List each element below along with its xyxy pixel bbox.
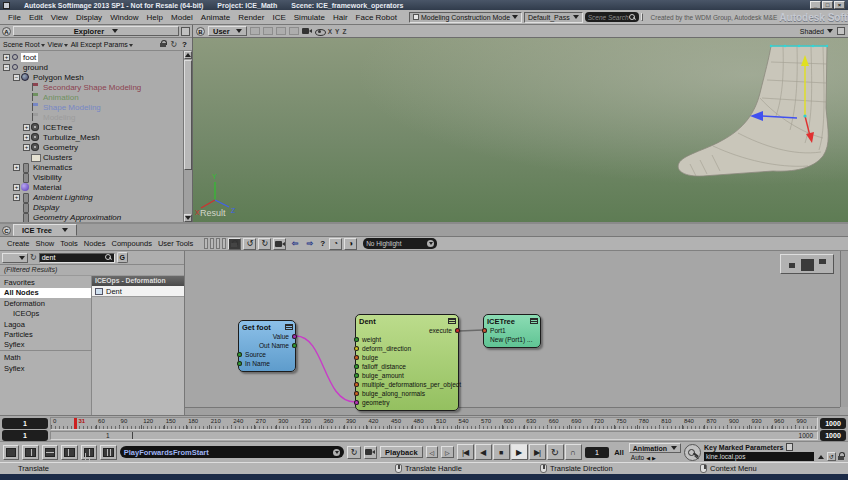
menu-item[interactable]: Edit <box>25 13 47 22</box>
eye-icon[interactable] <box>315 27 325 35</box>
input-port[interactable]: falloff_distance <box>356 362 458 371</box>
menu-item[interactable]: Nodes <box>81 239 109 248</box>
play-backwards-button[interactable] <box>475 444 492 460</box>
result-item[interactable]: Dent <box>92 286 184 297</box>
frame-ruler[interactable]: 0306090120150180210240270300330360390420… <box>50 417 818 430</box>
search-scope-select[interactable] <box>2 253 28 263</box>
category-item[interactable]: All Nodes <box>0 288 91 299</box>
menu-item[interactable]: Compounds <box>108 239 154 248</box>
refresh-icon[interactable] <box>30 253 37 262</box>
tree-item[interactable]: + Ambient Lighting <box>0 192 183 202</box>
port-dot[interactable] <box>354 364 359 369</box>
scene-render[interactable]: Y X Z <box>193 38 848 222</box>
window-letter-b[interactable]: B <box>196 27 205 36</box>
end-frame-box[interactable]: 1000 <box>820 418 846 429</box>
axis-toggle[interactable]: Z <box>342 28 346 35</box>
category-item[interactable]: Particles <box>0 330 91 341</box>
menu-item[interactable]: ICE <box>268 13 289 22</box>
scroll-thumb[interactable] <box>184 60 192 170</box>
input-port[interactable]: bulge_along_normals <box>356 389 458 398</box>
expander-icon[interactable]: + <box>23 144 30 151</box>
canvas-vscrollbar[interactable] <box>840 251 848 407</box>
viewport-resize-icon[interactable] <box>837 27 845 35</box>
animation-menu-button[interactable]: Animation <box>629 443 681 453</box>
scroll-down-icon[interactable] <box>184 214 192 222</box>
go-to-end-button[interactable] <box>529 444 546 460</box>
close-button[interactable] <box>834 1 845 9</box>
input-port[interactable]: In Name <box>239 359 295 368</box>
help-button[interactable]: ? <box>318 239 327 248</box>
input-port[interactable]: deform_direction <box>356 344 458 353</box>
port-dot[interactable] <box>354 373 359 378</box>
tree-item[interactable]: Secondary Shape Modeling <box>0 82 183 92</box>
menu-item[interactable]: Face Robot <box>352 13 401 22</box>
zoom-slider-icons[interactable] <box>204 238 226 249</box>
ice-tree-tab[interactable]: ICE Tree <box>13 224 77 236</box>
memo-cam-slot[interactable] <box>289 27 299 35</box>
output-port[interactable]: Value <box>239 332 295 341</box>
port-dot[interactable] <box>237 352 242 357</box>
playback-script-select[interactable]: PlayForwardsFromStart <box>120 446 345 458</box>
param-recall-icon[interactable]: ↺ <box>827 452 836 461</box>
port-dot[interactable] <box>354 355 359 360</box>
menu-item[interactable]: Help <box>143 13 167 22</box>
scene-search-input[interactable]: Scene Search <box>585 12 639 22</box>
input-port[interactable]: Source <box>239 350 295 359</box>
tree-item[interactable]: + Kinematics <box>0 162 183 172</box>
category-item[interactable]: Favorites <box>0 277 91 288</box>
layout-two-button[interactable] <box>22 445 38 460</box>
display-mode-select[interactable]: Shaded <box>800 28 833 35</box>
menu-item[interactable]: Animate <box>197 13 234 22</box>
layout-horizontal-button[interactable] <box>42 445 58 460</box>
menu-item[interactable]: File <box>4 13 25 22</box>
tree-item[interactable]: Modeling <box>0 112 183 122</box>
port-dot[interactable] <box>292 343 297 348</box>
port-dot[interactable] <box>354 391 359 396</box>
node-icetree[interactable]: ICETree Port1New (Port1) ... <box>483 314 541 348</box>
expander-icon[interactable]: + <box>13 164 20 171</box>
category-item[interactable]: Math <box>0 353 91 364</box>
input-port[interactable]: bulge_amount <box>356 371 458 380</box>
menu-item[interactable]: Create <box>4 239 33 248</box>
range-start-box[interactable]: 1 <box>2 430 48 441</box>
timer-icon[interactable]: ◔ <box>329 238 342 250</box>
port-dot[interactable] <box>237 361 242 366</box>
expander-icon[interactable]: + <box>13 184 20 191</box>
viewport-b[interactable]: B User XYZ Shaded <box>193 25 848 222</box>
layout-triple-button[interactable] <box>100 445 116 460</box>
playback-menu-button[interactable]: Playback <box>380 446 423 458</box>
axis-toggle[interactable]: Y <box>335 28 339 35</box>
expander-icon[interactable]: + <box>23 134 30 141</box>
pass-select[interactable]: Default_Pass <box>524 12 583 23</box>
layout-single-button[interactable] <box>3 445 19 460</box>
menu-item[interactable]: User Tools <box>155 239 196 248</box>
marked-parameter-field[interactable]: kine.local.pos <box>704 452 814 461</box>
layout-quad-button[interactable] <box>81 445 97 460</box>
update-icon[interactable]: ↻ <box>258 238 271 250</box>
tree-item[interactable]: + Turbulize_Mesh <box>0 132 183 142</box>
help-button[interactable]: ? <box>180 40 189 49</box>
port-dot[interactable] <box>482 328 487 333</box>
search-icon[interactable] <box>105 254 112 261</box>
port-dot[interactable] <box>354 346 359 351</box>
memo-cam-slot[interactable] <box>250 27 260 35</box>
search-options-button[interactable] <box>641 13 643 21</box>
refresh-icon[interactable]: ↻ <box>347 446 360 459</box>
forward-icon[interactable]: ⇨ <box>303 238 316 250</box>
frame-increment-field[interactable]: 1 <box>585 447 610 458</box>
param-up-icon[interactable] <box>816 452 825 461</box>
node-menu-icon[interactable] <box>530 318 538 324</box>
category-item[interactable]: Lagoa <box>0 319 91 330</box>
input-port[interactable]: geometry <box>356 398 458 407</box>
input-port[interactable]: bulge <box>356 353 458 362</box>
expander-icon[interactable]: + <box>3 54 10 61</box>
port-dot[interactable] <box>482 337 487 342</box>
search-icon[interactable] <box>629 14 636 21</box>
menu-item[interactable]: Hair <box>329 13 352 22</box>
layout-split-button[interactable] <box>61 445 77 460</box>
input-port[interactable]: Port1 <box>484 326 540 335</box>
expander-icon[interactable]: − <box>3 64 10 71</box>
port-dot[interactable] <box>292 334 297 339</box>
tree-item[interactable]: − ground <box>0 62 183 72</box>
camera-icon[interactable] <box>302 27 312 35</box>
